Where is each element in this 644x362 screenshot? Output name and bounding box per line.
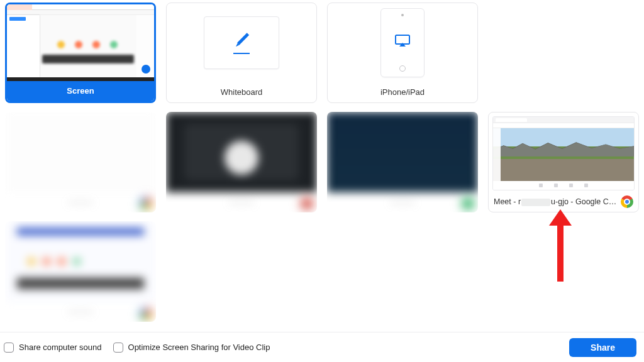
checkbox-share-sound-label: Share computer sound <box>19 343 102 352</box>
svg-rect-0 <box>396 35 409 44</box>
tile-iphone-ipad[interactable]: iPhone/iPad <box>327 3 478 103</box>
airplay-icon <box>395 35 410 47</box>
checkbox-icon <box>113 343 123 353</box>
tile-window-google-meet[interactable]: Meet - ru-gjo - Google C… <box>488 112 639 212</box>
tile-whiteboard-label: Whiteboard <box>167 82 316 102</box>
tile-screen-preview <box>7 4 154 81</box>
tile-iphone-preview <box>328 3 477 82</box>
tile-screen[interactable]: Screen <box>5 3 156 103</box>
pen-icon <box>234 33 248 47</box>
share-source-grid: Screen Whiteboard iPhone/iPad <box>0 0 644 322</box>
checkbox-share-sound[interactable]: Share computer sound <box>4 343 102 353</box>
tile-iphone-label: iPhone/iPad <box>328 82 477 102</box>
tile-window-blurred-3[interactable]: ——— <box>327 112 478 212</box>
chrome-icon <box>621 195 633 208</box>
share-button[interactable]: Share <box>569 338 636 357</box>
tile-screen-label: Screen <box>7 81 154 101</box>
tile-window-blurred-1[interactable]: ——— <box>5 112 156 212</box>
checkbox-optimize-video-label: Optimize Screen Sharing for Video Clip <box>128 343 270 352</box>
tile-whiteboard[interactable]: Whiteboard <box>166 3 317 103</box>
tile-meet-preview <box>489 112 638 192</box>
checkbox-optimize-video[interactable]: Optimize Screen Sharing for Video Clip <box>113 343 270 353</box>
tile-meet-label: Meet - ru-gjo - Google C… <box>489 192 638 212</box>
footer-bar: Share computer sound Optimize Screen Sha… <box>0 332 644 362</box>
redacted-text <box>521 199 550 206</box>
tile-whiteboard-preview <box>167 3 316 82</box>
checkbox-icon <box>4 343 14 353</box>
tile-window-blurred-4[interactable]: ——— <box>5 221 156 322</box>
tile-window-blurred-2[interactable]: ——— <box>166 112 317 212</box>
